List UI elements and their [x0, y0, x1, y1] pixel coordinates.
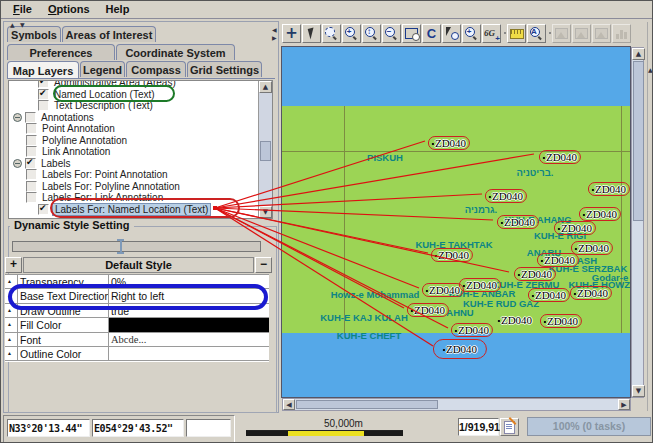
remove-style-button[interactable]: − — [255, 257, 272, 273]
map-vscroll-thumb[interactable] — [633, 61, 644, 221]
style-row-fill-color[interactable]: Fill Color — [5, 318, 269, 332]
map-hscroll-thumb[interactable] — [296, 400, 438, 409]
style-row-outline-color[interactable]: Outline Color — [5, 347, 269, 361]
refresh-icon: C — [427, 27, 436, 40]
tree-scroll-thumb[interactable] — [260, 141, 271, 161]
label-zoom-tool-button[interactable]: A — [527, 24, 546, 43]
scale-ratio-field[interactable]: 1/919,911 — [458, 418, 499, 436]
tree-expand-icon[interactable] — [13, 113, 22, 122]
image-tool-button — [572, 24, 591, 43]
tab-preferences[interactable]: Preferences — [7, 44, 115, 60]
tree-item-named-location-text-[interactable]: Named Location (Text) — [11, 89, 257, 100]
zoom-in-tool-button[interactable]: + — [342, 24, 361, 43]
tree-item-point-annotation[interactable]: Point Annotation — [11, 123, 257, 134]
strip-arrow-icon[interactable]: ▲ — [648, 66, 653, 73]
tree-item-administrative-area-areas-[interactable]: Administrative Area (Areas) — [11, 80, 257, 88]
property-name: Base Text Direction — [18, 289, 109, 302]
style-slider[interactable] — [12, 241, 261, 252]
row-marker-icon — [5, 318, 18, 331]
select-tool-button[interactable] — [302, 24, 321, 43]
layer-checkbox[interactable] — [26, 169, 37, 180]
tree-item-polyline-annotation[interactable]: Polyline Annotation — [11, 135, 257, 146]
tab-symbols[interactable]: Symbols — [7, 26, 61, 42]
map-feature-label: ZD040 — [540, 314, 582, 328]
layer-checkbox[interactable] — [38, 100, 49, 111]
map-vertical-scrollbar[interactable]: ▲ ▼ — [631, 47, 644, 398]
style-row-base-text-direction[interactable]: Base Text DirectionRight to left — [5, 289, 269, 303]
map-horizontal-scrollbar[interactable]: ◀ ▶ — [282, 398, 631, 411]
tab-compass[interactable]: Compass — [126, 61, 186, 77]
tree-item-label: Named Location (Text) — [52, 89, 157, 100]
property-value[interactable]: 0% — [109, 275, 269, 288]
pan-tool-button[interactable]: + — [282, 24, 301, 43]
menu-item-options[interactable]: Options — [40, 2, 98, 17]
measure-tool-button[interactable] — [507, 24, 526, 43]
add-style-button[interactable]: + — [5, 257, 22, 273]
style-row-transparency[interactable]: Transparency0% — [5, 275, 269, 289]
tree-expand-icon[interactable] — [13, 159, 22, 168]
property-name: Outline Color — [18, 347, 109, 360]
property-value[interactable]: Abcde... — [109, 333, 269, 346]
tab-grid-settings[interactable]: Grid Settings — [187, 61, 262, 77]
tree-item-link-annotation[interactable]: Link Annotation — [11, 146, 257, 157]
property-value[interactable]: true — [109, 304, 269, 317]
tree-item-labels-for-polyline-annotation[interactable]: Labels For: Polyline Annotation — [11, 181, 257, 192]
property-value[interactable] — [109, 347, 269, 360]
place-name-label: KUH-E CHEFT — [337, 330, 401, 341]
layer-checkbox[interactable] — [26, 146, 37, 157]
map-scroll-right-icon[interactable]: ▶ — [618, 399, 630, 410]
map-canvas[interactable]: PISKUHבריטניה.גרמניה.KUH-E AHANGKUH-E RI… — [281, 46, 631, 398]
property-value[interactable]: Right to left — [109, 289, 269, 302]
panel-scroll-up-icon[interactable]: ▲ — [10, 21, 15, 28]
coordinate-search-tool-button[interactable]: 6G — [482, 24, 501, 43]
tree-item-annotations[interactable]: Annotations — [11, 112, 257, 123]
menu-item-file[interactable]: File — [5, 2, 40, 17]
map-scroll-up-icon[interactable]: ▲ — [632, 48, 645, 60]
tree-item-labels[interactable]: Labels — [11, 158, 257, 169]
property-name: Transparency — [18, 275, 109, 288]
tree-item-text-description-text-[interactable]: Text Description (Text) — [11, 100, 257, 111]
layer-checkbox[interactable] — [38, 89, 49, 100]
tab-areas-of-interest[interactable]: Areas of Interest — [62, 26, 156, 42]
select-zoom-tool-button[interactable] — [442, 24, 461, 43]
zoom-box-tool-button[interactable] — [322, 24, 341, 43]
zoom-window-tool-button[interactable] — [402, 24, 421, 43]
longitude-field[interactable]: E054°29'43.52" — [92, 419, 184, 437]
zoom-out-tool-button[interactable]: − — [382, 24, 401, 43]
splitter-expand-icon[interactable]: ▶ — [272, 34, 277, 41]
map-scroll-down-icon[interactable]: ▼ — [632, 385, 645, 397]
property-value[interactable] — [109, 318, 269, 331]
latitude-field[interactable]: N33°20'13.44" — [7, 419, 90, 437]
layer-checkbox[interactable] — [26, 123, 37, 134]
zoom-scale-tool-button[interactable]: ↕ — [362, 24, 381, 43]
tree-item-labels-for-named-location-text-[interactable]: Labels For: Named Location (Text) — [11, 204, 257, 215]
layer-checkbox[interactable] — [25, 158, 36, 169]
spare-field[interactable] — [186, 419, 231, 437]
tree-scroll-up-icon[interactable]: ▲ — [259, 81, 272, 93]
tree-item-labels-for-point-annotation[interactable]: Labels For: Point Annotation — [11, 169, 257, 180]
chart-icon — [616, 28, 628, 39]
layer-checkbox[interactable] — [26, 192, 37, 203]
map-feature-label: ZD040 — [514, 267, 556, 281]
style-row-font[interactable]: FontAbcde... — [5, 333, 269, 347]
splitter-collapse-icon[interactable]: ◀ — [272, 26, 277, 33]
center-tool-button[interactable]: + — [462, 24, 481, 43]
panel-scroll-down-icon[interactable]: ▼ — [20, 21, 25, 28]
map-scroll-left-icon[interactable]: ◀ — [283, 399, 295, 410]
refresh-tool-button[interactable]: C — [422, 24, 441, 43]
tree-scroll-down-icon[interactable]: ▼ — [259, 206, 272, 218]
tab-legend[interactable]: Legend — [80, 61, 125, 77]
layer-checkbox[interactable] — [38, 204, 49, 215]
layer-checkbox[interactable] — [26, 135, 37, 146]
tab-coordinate-system[interactable]: Coordinate System — [116, 44, 235, 60]
dynamic-style-title: Dynamic Style Setting — [10, 219, 134, 231]
layer-checkbox[interactable] — [25, 112, 36, 123]
style-row-draw-outline[interactable]: Draw Outlinetrue — [5, 304, 269, 318]
tree-scrollbar[interactable]: ▲ ▼ — [258, 81, 272, 218]
layer-checkbox[interactable] — [26, 181, 37, 192]
menu-item-help[interactable]: Help — [98, 2, 138, 17]
edit-scale-button[interactable] — [500, 418, 519, 436]
tab-map-layers[interactable]: Map Layers — [7, 61, 79, 79]
map-feature-label: ZD040 — [570, 286, 612, 300]
tree-item-labels-for-link-annotation[interactable]: Labels For: Link Annotation — [11, 192, 257, 203]
